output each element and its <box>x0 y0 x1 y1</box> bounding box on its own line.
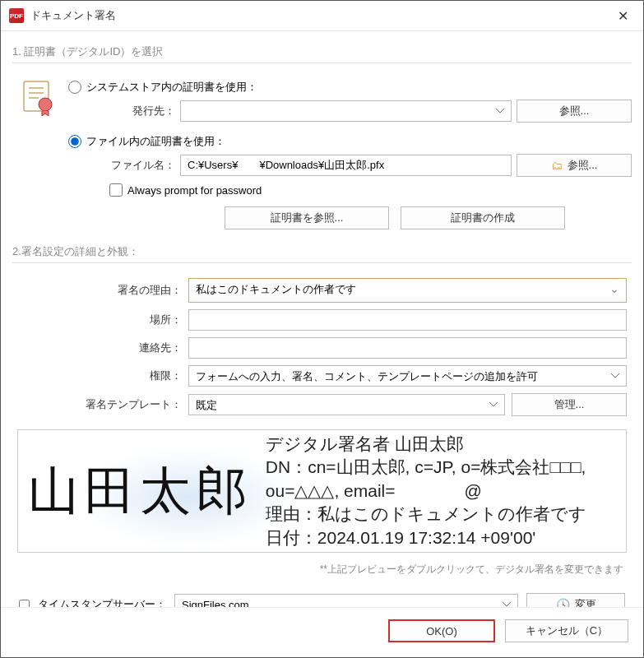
radio-file-label: ファイル内の証明書を使用： <box>86 134 225 149</box>
create-cert-button[interactable]: 証明書の作成 <box>401 206 565 229</box>
radio-file[interactable] <box>68 135 81 148</box>
browse-issuer-button[interactable]: 参照... <box>517 100 632 123</box>
template-label: 署名テンプレート： <box>17 397 182 412</box>
timestamp-checkbox[interactable] <box>19 600 30 608</box>
filename-input[interactable] <box>180 155 512 176</box>
template-combo[interactable]: 既定 <box>188 394 505 415</box>
section1-header: 1. 証明書（デジタルID）を選択 <box>12 41 632 63</box>
issuer-combo[interactable] <box>180 100 512 122</box>
radio-system-label: システムストア内の証明書を使用： <box>86 80 257 95</box>
manage-template-button[interactable]: 管理... <box>512 393 627 416</box>
perm-label: 権限： <box>17 368 182 383</box>
close-button[interactable]: ✕ <box>610 6 635 25</box>
svg-point-4 <box>39 98 52 111</box>
always-prompt-label: Always prompt for password <box>127 184 262 197</box>
ok-button[interactable]: OK(O) <box>388 619 495 642</box>
dialog-footer: OK(O) キャンセル（C） <box>1 607 643 657</box>
clock-icon: 🕓 <box>556 598 570 607</box>
section2-header: 2.署名設定の詳細と外観： <box>12 241 632 263</box>
preview-hint: **上記プレビューをダブルクリックて、デジタル署名を変更できます <box>12 563 632 582</box>
reason-combo[interactable]: 私はこのドキュメントの作者です <box>188 278 627 303</box>
signature-name: 山田太郎 <box>28 456 253 526</box>
location-input[interactable] <box>188 309 627 331</box>
signature-details: デジタル署名者 山田太郎 DN：cn=山田太郎, c=JP, o=株式会社□□□… <box>266 433 616 549</box>
contact-label: 連絡先： <box>17 341 182 355</box>
reason-label: 署名の理由： <box>17 283 182 298</box>
titlebar: PDF ドキュメント署名 ✕ <box>1 1 643 31</box>
cancel-button[interactable]: キャンセル（C） <box>505 619 628 642</box>
certificate-icon <box>19 78 58 118</box>
change-timestamp-button[interactable]: 🕓 変更 <box>526 593 625 607</box>
signature-preview[interactable]: 山田太郎 デジタル署名者 山田太郎 DN：cn=山田太郎, c=JP, o=株式… <box>17 429 627 553</box>
browse-cert-button[interactable]: 証明書を参照... <box>225 206 389 229</box>
radio-system-store[interactable] <box>68 81 81 94</box>
always-prompt-checkbox[interactable] <box>109 183 123 197</box>
filename-label: ファイル名： <box>109 158 175 173</box>
folder-icon: 🗂 <box>551 159 563 172</box>
app-icon: PDF <box>9 8 24 23</box>
timestamp-combo[interactable]: SignFiles.com <box>174 594 518 607</box>
window-title: ドキュメント署名 <box>30 8 116 23</box>
browse-file-button[interactable]: 🗂 参照... <box>517 154 632 177</box>
dialog-window: PDF ドキュメント署名 ✕ 1. 証明書（デジタルID）を選択 <box>0 0 644 658</box>
perm-combo[interactable]: フォームへの入力、署名、コメント、テンプレートページの追加を許可 <box>188 365 627 387</box>
issuer-label: 発行先： <box>109 104 175 118</box>
timestamp-label: タイムスタンプサーバー： <box>38 597 166 607</box>
location-label: 場所： <box>17 313 182 327</box>
contact-input[interactable] <box>188 337 627 359</box>
